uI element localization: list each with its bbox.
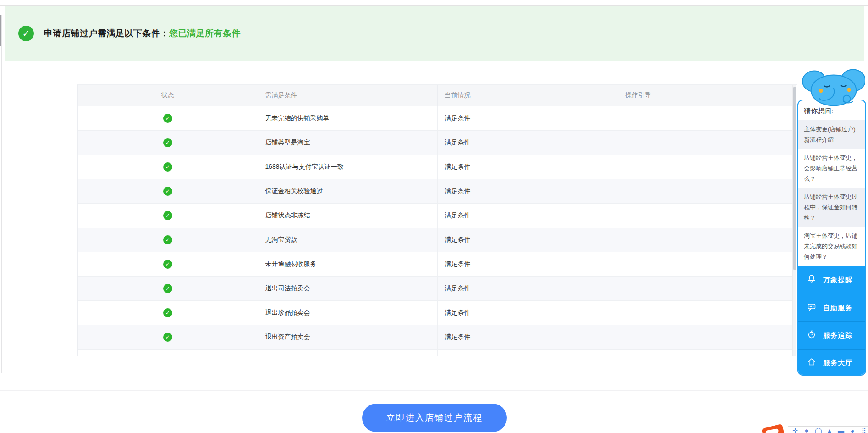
action-cell bbox=[618, 325, 794, 349]
conditions-tbody: ✓无未完结的供销采购单满足条件✓店铺类型是淘宝满足条件✓1688认证与支付宝认证… bbox=[78, 106, 794, 356]
corner-tool-icon[interactable]: ✛ bbox=[792, 427, 798, 433]
current-cell: 满足条件 bbox=[437, 276, 618, 300]
col-action: 操作引导 bbox=[618, 85, 794, 106]
table-scrollbar[interactable] bbox=[792, 85, 796, 356]
check-circle-icon: ✓ bbox=[18, 26, 34, 41]
table-row: ✓退出珍品拍卖会满足条件 bbox=[78, 300, 794, 325]
faq-list: 主体变更(店铺过户)新流程介绍店铺经营主体变更，会影响店铺正常经营么？店铺经营主… bbox=[798, 120, 865, 266]
corner-tool-icon[interactable]: ∗ bbox=[803, 427, 810, 433]
check-badge-icon: ✓ bbox=[163, 284, 172, 293]
home-icon bbox=[807, 357, 817, 369]
left-edge-line bbox=[1, 15, 2, 373]
table-row: ✓无淘宝贷款满足条件 bbox=[78, 228, 794, 252]
table-row: ✓1688认证与支付宝认证一致满足条件 bbox=[78, 155, 794, 179]
current-cell: 满足条件 bbox=[437, 252, 618, 276]
table-row: ✓退出司法拍卖会满足条件 bbox=[78, 276, 794, 300]
action-cell bbox=[618, 300, 794, 325]
current-cell: 满足条件 bbox=[437, 300, 618, 325]
service-button-label: 万象提醒 bbox=[823, 276, 852, 284]
table-row: ✓店铺状态非冻结满足条件 bbox=[78, 203, 794, 228]
assistant-panel: 猜你想问: 主体变更(店铺过户)新流程介绍店铺经营主体变更，会影响店铺正常经营么… bbox=[797, 100, 866, 376]
faq-item[interactable]: 主体变更(店铺过户)新流程介绍 bbox=[798, 120, 865, 149]
faq-item[interactable]: 店铺经营主体变更过程中，保证金如何转移？ bbox=[798, 188, 865, 227]
conditions-table: 状态 需满足条件 当前情况 操作引导 ✓无未完结的供销采购单满足条件✓店铺类型是… bbox=[77, 84, 797, 356]
check-badge-icon: ✓ bbox=[163, 211, 172, 220]
service-button-label: 自助服务 bbox=[823, 304, 852, 312]
check-badge-icon: ✓ bbox=[163, 187, 172, 196]
action-cell bbox=[618, 228, 794, 252]
elephant-mascot-icon bbox=[802, 69, 865, 106]
condition-cell: 退出资产拍卖会 bbox=[258, 325, 437, 349]
check-badge-icon: ✓ bbox=[163, 235, 172, 244]
action-cell bbox=[618, 179, 794, 203]
check-badge-icon: ✓ bbox=[163, 260, 172, 269]
current-cell: 满足条件 bbox=[437, 155, 618, 179]
service-button-服务大厅[interactable]: 服务大厅 bbox=[798, 349, 865, 376]
current-cell: 满足条件 bbox=[437, 325, 618, 349]
bell-icon bbox=[807, 274, 817, 286]
check-badge-icon: ✓ bbox=[163, 333, 172, 342]
condition-cell: 保证金相关校验通过 bbox=[258, 179, 437, 203]
current-cell: 满足条件 bbox=[437, 203, 618, 228]
service-button-label: 服务大厅 bbox=[823, 359, 852, 367]
service-button-自助服务[interactable]: 自助服务 bbox=[798, 294, 865, 321]
corner-toolbar: ✛∗◯▲▬◕⠿ bbox=[760, 424, 868, 433]
current-cell: 满足条件 bbox=[437, 228, 618, 252]
action-cell bbox=[618, 276, 794, 300]
action-cell bbox=[618, 203, 794, 228]
corner-tool-icon[interactable]: ▲ bbox=[826, 427, 833, 433]
chat-icon bbox=[807, 302, 817, 314]
top-strip bbox=[0, 0, 868, 6]
action-cell bbox=[618, 155, 794, 179]
condition-cell: 1688认证与支付宝认证一致 bbox=[258, 155, 437, 179]
corner-tool-icon[interactable]: ▬ bbox=[838, 427, 844, 433]
col-status: 状态 bbox=[78, 85, 258, 106]
check-badge-icon: ✓ bbox=[163, 114, 172, 123]
check-badge-icon: ✓ bbox=[163, 162, 172, 172]
col-condition: 需满足条件 bbox=[258, 85, 437, 106]
table-row: ✓店铺类型是淘宝满足条件 bbox=[78, 130, 794, 155]
corner-toolbar-icons: ✛∗◯▲▬◕⠿ bbox=[792, 427, 867, 433]
table-row: ✓未开通融易收服务满足条件 bbox=[78, 252, 794, 276]
service-button-服务追踪[interactable]: 服务追踪 bbox=[798, 321, 865, 349]
action-cell bbox=[618, 130, 794, 155]
condition-cell: 店铺类型是淘宝 bbox=[258, 130, 437, 155]
current-cell: 满足条件 bbox=[437, 130, 618, 155]
condition-cell: 退出司法拍卖会 bbox=[258, 276, 437, 300]
service-button-label: 服务追踪 bbox=[823, 331, 852, 340]
shop-transfer-eligibility-page: ✓ 申请店铺过户需满足以下条件：您已满足所有条件 状态 需满足条件 当前情况 操… bbox=[0, 0, 868, 433]
condition-cell: 未开通融易收服务 bbox=[258, 252, 437, 276]
table-scrollbar-thumb[interactable] bbox=[793, 87, 796, 270]
corner-tool-icon[interactable]: ◯ bbox=[815, 427, 821, 433]
col-current: 当前情况 bbox=[437, 85, 618, 106]
faq-item[interactable]: 店铺经营主体变更，会影响店铺正常经营么？ bbox=[798, 149, 865, 188]
banner-message: 申请店铺过户需满足以下条件： bbox=[44, 28, 169, 38]
corner-toolbar-divider bbox=[788, 426, 868, 427]
stopwatch-icon bbox=[807, 329, 817, 341]
faq-item[interactable]: 淘宝主体变更，店铺未完成的交易钱款如何处理？ bbox=[798, 227, 865, 266]
condition-cell: 店铺状态非冻结 bbox=[258, 203, 437, 228]
check-badge-icon: ✓ bbox=[163, 308, 172, 317]
table-row-partial bbox=[78, 349, 794, 356]
service-button-万象提醒[interactable]: 万象提醒 bbox=[798, 266, 865, 294]
corner-tool-icon[interactable]: ◕ bbox=[849, 427, 856, 433]
action-cell bbox=[618, 106, 794, 130]
footer-divider bbox=[0, 390, 868, 391]
current-cell: 满足条件 bbox=[437, 179, 618, 203]
condition-cell: 无淘宝贷款 bbox=[258, 228, 437, 252]
table-header-row: 状态 需满足条件 当前情况 操作引导 bbox=[78, 85, 794, 106]
action-cell bbox=[618, 252, 794, 276]
condition-cell: 退出珍品拍卖会 bbox=[258, 300, 437, 325]
condition-cell: 无未完结的供销采购单 bbox=[258, 106, 437, 130]
eligibility-banner: ✓ 申请店铺过户需满足以下条件：您已满足所有条件 bbox=[5, 6, 864, 61]
service-buttons: 万象提醒自助服务服务追踪服务大厅 bbox=[798, 266, 865, 375]
table-row: ✓保证金相关校验通过满足条件 bbox=[78, 179, 794, 203]
corner-logo-icon[interactable] bbox=[762, 424, 785, 433]
start-transfer-button[interactable]: 立即进入店铺过户流程 bbox=[362, 404, 507, 432]
corner-tool-icon[interactable]: ⠿ bbox=[861, 427, 867, 433]
table-row: ✓退出资产拍卖会满足条件 bbox=[78, 325, 794, 349]
current-cell: 满足条件 bbox=[437, 106, 618, 130]
check-badge-icon: ✓ bbox=[163, 138, 172, 147]
banner-text: 申请店铺过户需满足以下条件：您已满足所有条件 bbox=[44, 28, 241, 39]
table-row: ✓无未完结的供销采购单满足条件 bbox=[78, 106, 794, 130]
